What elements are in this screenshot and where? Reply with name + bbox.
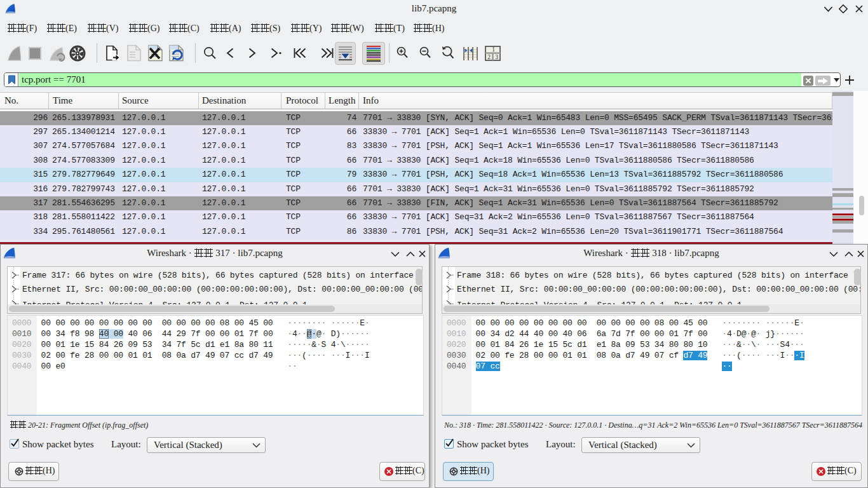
svg-text:1: 1 (492, 46, 495, 53)
svg-text:3: 3 (495, 54, 498, 60)
svg-text:2: 2 (487, 54, 491, 60)
